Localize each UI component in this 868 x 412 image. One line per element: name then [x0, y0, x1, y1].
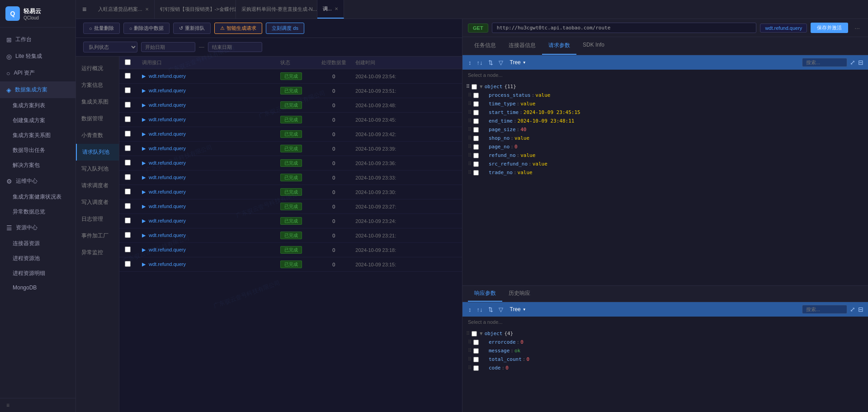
start-date-input[interactable] — [141, 42, 195, 52]
status-filter[interactable]: 队列状态 — [83, 42, 137, 52]
response-tree-node[interactable]: ⠿ ▼ object {4} — [462, 329, 868, 338]
row-checkbox-4[interactable] — [125, 131, 131, 137]
sidebar-item-health[interactable]: 集成方案健康状况表 — [0, 189, 75, 204]
tree-node[interactable]: ⠿ time_type : value — [462, 99, 868, 108]
row-checkbox-13[interactable] — [125, 261, 131, 267]
tab-2[interactable]: 钉钉报销【项目报销类】->金蝶付款单【班西】... ✕ — [155, 0, 236, 19]
tree-node[interactable]: ⠿ ▼ object {11} — [462, 82, 868, 91]
table-row[interactable]: ▶ wdt.refund.query 已完成 0 2024-10-09 23:5… — [119, 69, 462, 84]
sidebar-item-data-export[interactable]: 数据导出任务 — [0, 143, 75, 158]
request-url-input[interactable] — [492, 23, 757, 33]
resp-split-icon[interactable]: ⊟ — [858, 306, 863, 313]
resp-sort-alt-icon[interactable]: ⇅ — [487, 306, 495, 313]
tree-node[interactable]: ⠿ trade_no : value — [462, 168, 868, 177]
sidebar-item-workbench[interactable]: ⊞ 工作台 — [0, 31, 75, 48]
sub-nav-xiao-qing[interactable]: 小青查数 — [76, 127, 119, 144]
node-check-5[interactable] — [473, 127, 479, 133]
tab-history-response[interactable]: 历史响应 — [502, 286, 537, 302]
resp-node-check-1[interactable] — [473, 340, 479, 345]
response-tree-node[interactable]: ⠿ errorcode : 0 — [462, 338, 868, 346]
resp-expand-view-icon[interactable]: ⤢ — [850, 306, 855, 313]
resp-node-check-0[interactable] — [472, 331, 477, 336]
row-checkbox-9[interactable] — [125, 203, 131, 209]
node-check-2[interactable] — [473, 101, 479, 107]
node-check-1[interactable] — [473, 93, 479, 98]
sidebar-item-lite[interactable]: ◎ Lite 轻集成 — [0, 48, 75, 65]
sidebar-item-api[interactable]: ○ API 资产 — [0, 65, 75, 81]
end-date-input[interactable] — [208, 42, 262, 52]
tab-1-close[interactable]: ✕ — [145, 7, 149, 12]
table-row[interactable]: ▶ wdt.refund.query 已完成 0 2024-10-09 23:3… — [119, 185, 462, 199]
node-check-3[interactable] — [473, 110, 479, 115]
node-check-4[interactable] — [473, 118, 479, 124]
sidebar-item-process-pool[interactable]: 进程资源池 — [0, 251, 75, 266]
sub-nav-event-factory[interactable]: 事件加工厂 — [76, 227, 119, 244]
table-row[interactable]: ▶ wdt.refund.query 已完成 0 2024-10-09 23:4… — [119, 98, 462, 113]
smart-request-btn[interactable]: ⚠ 智能生成请求 — [214, 23, 262, 34]
tab-4[interactable]: 调... ✕ — [317, 0, 344, 19]
resp-filter-icon[interactable]: ▽ — [497, 306, 505, 313]
resp-node-check-3[interactable] — [473, 357, 479, 362]
tab-1[interactable]: 入旺店通货品档案... ✕ — [93, 0, 154, 19]
sidebar-item-anomaly[interactable]: 异常数据总览 — [0, 204, 75, 219]
json-search-input[interactable] — [802, 58, 847, 67]
split-view-icon[interactable]: ⊟ — [858, 59, 863, 66]
table-row[interactable]: ▶ wdt.refund.query 已完成 0 2024-10-09 23:2… — [119, 199, 462, 214]
expand-node-icon[interactable]: ▼ — [480, 84, 483, 90]
response-tree-node[interactable]: ⠿ message : ok — [462, 346, 868, 355]
tree-node[interactable]: ⠿ src_refund_no : value — [462, 160, 868, 168]
row-checkbox-10[interactable] — [125, 218, 131, 223]
filter-icon[interactable]: ▽ — [497, 59, 505, 66]
sidebar-item-create-solution[interactable]: 创建集成方案 — [0, 113, 75, 128]
sub-nav-solution-info[interactable]: 方案信息 — [76, 77, 119, 94]
sub-nav-data-management[interactable]: 数据管理 — [76, 110, 119, 127]
table-row[interactable]: ▶ wdt.refund.query 已完成 0 2024-10-09 23:5… — [119, 84, 462, 98]
immediate-schedule-btn[interactable]: 立刻调度 ds — [266, 23, 304, 34]
tab-4-close[interactable]: ✕ — [335, 6, 338, 11]
row-checkbox-7[interactable] — [125, 174, 131, 180]
sidebar-item-solution-pkg[interactable]: 解决方案包 — [0, 158, 75, 173]
sub-nav-write-scheduler[interactable]: 写入调度者 — [76, 194, 119, 211]
resp-search-input[interactable] — [802, 305, 847, 314]
more-options-btn[interactable]: ··· — [852, 24, 863, 32]
resp-tree-label[interactable]: Tree ▼ — [507, 306, 529, 313]
tab-task-info[interactable]: 任务信息 — [468, 37, 502, 55]
table-row[interactable]: ▶ wdt.refund.query 已完成 0 2024-10-09 23:4… — [119, 113, 462, 127]
tree-view-label[interactable]: Tree ▼ — [507, 59, 529, 66]
sub-nav-request-queue[interactable]: 请求队列池 — [76, 144, 119, 161]
row-checkbox-12[interactable] — [125, 246, 131, 252]
resp-expand-icon[interactable]: ↕ — [467, 306, 473, 313]
delete-selected-btn[interactable]: ○ 删除选中数据 — [123, 23, 170, 34]
sidebar-item-connector-res[interactable]: 连接器资源 — [0, 236, 75, 251]
select-all-checkbox[interactable] — [125, 59, 131, 65]
table-row[interactable]: ▶ wdt.refund.query 已完成 0 2024-10-09 23:3… — [119, 156, 462, 170]
table-row[interactable]: ▶ wdt.refund.query 已完成 0 2024-10-09 23:1… — [119, 243, 462, 257]
sidebar-item-solution-list[interactable]: 集成方案列表 — [0, 98, 75, 113]
row-checkbox-8[interactable] — [125, 189, 131, 194]
tree-node[interactable]: ⠿ refund_no : value — [462, 151, 868, 160]
sort-icon[interactable]: ↑↓ — [476, 59, 484, 66]
node-check-7[interactable] — [473, 144, 479, 150]
response-tree-node[interactable]: ⠿ total_count : 0 — [462, 355, 868, 364]
expand-icon[interactable]: ⤢ — [850, 59, 855, 66]
tab-sdk-info[interactable]: SDK Info — [576, 37, 611, 55]
table-row[interactable]: ▶ wdt.refund.query 已完成 0 2024-10-09 23:1… — [119, 257, 462, 272]
sub-nav-request-scheduler[interactable]: 请求调度者 — [76, 177, 119, 194]
resp-node-check-4[interactable] — [473, 365, 479, 371]
expand-collapse-icon[interactable]: ↕ — [467, 59, 473, 66]
sidebar-item-ops-center[interactable]: ⚙ 运维中心 — [0, 173, 75, 189]
node-check-0[interactable] — [472, 84, 477, 90]
sub-nav-log-management[interactable]: 日志管理 — [76, 211, 119, 227]
tree-node[interactable]: ⠿ end_time : 2024-10-09 23:48:11 — [462, 117, 868, 125]
sort-alt-icon[interactable]: ⇅ — [487, 59, 495, 66]
tree-node[interactable]: ⠿ shop_no : value — [462, 134, 868, 142]
sidebar-item-mongodb[interactable]: MongoDB — [0, 281, 75, 294]
node-check-8[interactable] — [473, 153, 479, 158]
table-row[interactable]: ▶ wdt.refund.query 已完成 0 2024-10-09 23:3… — [119, 142, 462, 156]
sub-nav-write-queue[interactable]: 写入队列池 — [76, 161, 119, 177]
tree-node[interactable]: ⠿ page_size : 40 — [462, 125, 868, 134]
tab-3[interactable]: 采购退料单回传-赛意直接生成-N... ✕ — [236, 0, 317, 19]
resp-sort-icon[interactable]: ↑↓ — [476, 306, 484, 313]
row-checkbox-0[interactable] — [125, 73, 131, 79]
sidebar-collapse-btn[interactable]: ≡ — [0, 398, 75, 412]
